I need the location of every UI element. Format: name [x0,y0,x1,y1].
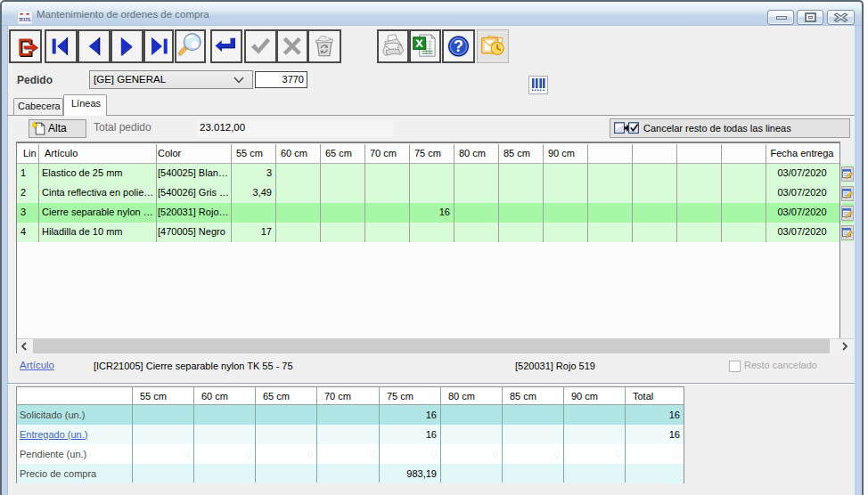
svg-text:?: ? [454,37,463,55]
svg-text:TEXTIL: TEXTIL [19,16,31,23]
